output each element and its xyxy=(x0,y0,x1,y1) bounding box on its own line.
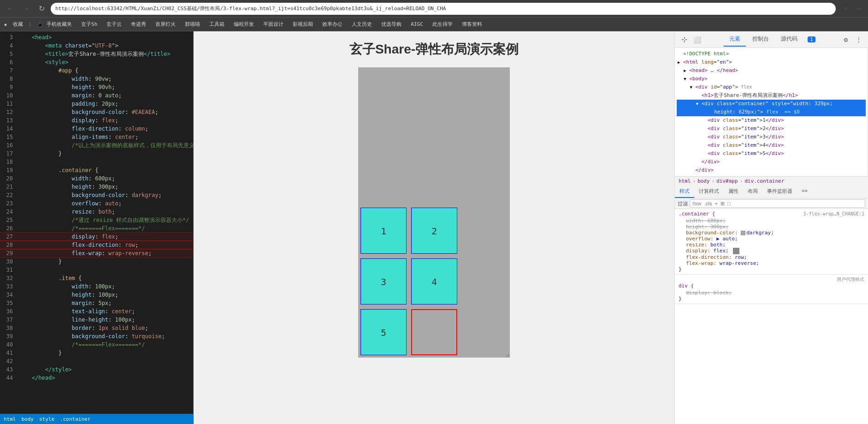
bookmark-office[interactable]: 效率办公 xyxy=(319,20,346,29)
bookmark-design[interactable]: 平面设计 xyxy=(260,20,287,29)
bookmark-blog[interactable]: 博客资料 xyxy=(458,20,486,29)
devtools-panel: ⊹ ⬜ 元素 控制台 源代码 1 ⚙ ⋮ <!DOCTYPE html> xyxy=(674,31,868,424)
status-style[interactable]: style xyxy=(39,416,54,422)
code-line-33: 33 width: 100px; xyxy=(0,282,193,291)
status-html[interactable]: html xyxy=(4,416,16,422)
tab-styles[interactable]: 样式 xyxy=(675,185,694,198)
dom-h1[interactable]: <h1>玄子Share-弹性布局演示案例</h1> xyxy=(677,91,866,100)
flex-item-2: 2 xyxy=(411,208,457,254)
code-line-44: 44 </head> xyxy=(0,374,193,382)
refresh-button[interactable]: ↻ xyxy=(35,2,48,15)
tab-computed[interactable]: 计算样式 xyxy=(694,185,724,198)
dom-item-1[interactable]: <div class="item">1</div> xyxy=(677,116,866,125)
bc-html[interactable]: html xyxy=(679,178,691,184)
dom-div-container-2[interactable]: height: 629px;"> flex == $0 xyxy=(677,108,866,116)
address-bar[interactable]: http://localhost:63342/HTML/XuanZi/CH02_… xyxy=(51,3,836,15)
bookmark-shoucang[interactable]: 收藏 xyxy=(9,20,27,29)
dom-html[interactable]: <html lang="en"> xyxy=(677,58,866,66)
styles-block-container: .container { 3-flex-wrap…N_CHANGE:1 widt… xyxy=(675,209,868,275)
styles-filter-bar: 过滤 xyxy=(675,198,868,209)
code-line-27: 27 display: flex; xyxy=(0,233,193,241)
code-line-5: 5 <title>玄子Share-弹性布局演示案例</title> xyxy=(0,50,193,58)
back-button[interactable]: ← xyxy=(4,2,17,15)
styles-prop-height[interactable]: height: 300px; xyxy=(679,224,864,230)
code-line-7: 7 #app { xyxy=(0,66,193,75)
forward-button[interactable]: → xyxy=(19,2,32,15)
dom-breadcrumb: html › body › div#app › div.container xyxy=(675,176,868,185)
dom-item-5[interactable]: <div class="item">5</div> xyxy=(677,149,866,158)
code-line-3: 3 <head> xyxy=(0,33,193,42)
styles-prop-flexwrap[interactable]: flex-wrap: wrap-reverse; xyxy=(679,260,864,266)
code-line-10: 10 margin: 0 auto; xyxy=(0,91,193,100)
styles-prop-flexdir[interactable]: flex-direction: row; xyxy=(679,254,864,260)
dom-head[interactable]: <head> … </head> xyxy=(677,66,866,75)
bc-body[interactable]: body xyxy=(697,178,710,184)
bookmark-shopping[interactable]: 优选导购 xyxy=(378,20,405,29)
code-line-32: 32 .item { xyxy=(0,274,193,282)
more-options-icon[interactable]: ⋮ xyxy=(853,34,864,45)
main-area: 3 <head> 4 <meta charset="UTF-8"> 5 <tit… xyxy=(0,31,868,424)
code-editor: 3 <head> 4 <meta charset="UTF-8"> 5 <tit… xyxy=(0,31,194,424)
browser-preview: 玄子Share-弹性布局演示案例 5 3 4 1 2 xyxy=(194,31,674,424)
dom-div-container[interactable]: <div class="container" style="width: 329… xyxy=(677,100,866,108)
dom-item-4[interactable]: <div class="item">4</div> xyxy=(677,141,866,149)
code-line-30: 30 } xyxy=(0,257,193,266)
code-line-13: 13 display: flex; xyxy=(0,116,193,125)
code-line-16: 16 /*以上为演示案例的底板样式，仅用于布局无意义*/ xyxy=(0,141,193,149)
bc-divcontainer[interactable]: div.container xyxy=(744,178,784,184)
bookmark-miao[interactable]: 群喵喵 xyxy=(181,20,204,29)
styles-prop-width[interactable]: width: 600px; xyxy=(679,218,864,224)
bookmark-aigc[interactable]: AIGC xyxy=(407,20,427,28)
dom-item-3[interactable]: <div class="item">3</div> xyxy=(677,133,866,141)
dom-item-2[interactable]: <div class="item">2</div> xyxy=(677,125,866,133)
extensions-icon[interactable]: ⚡ xyxy=(840,3,851,14)
styles-filter-input[interactable] xyxy=(690,199,865,208)
bookmark-qiji[interactable]: 奇迹秀 xyxy=(127,20,150,29)
dom-close-container[interactable]: </div> xyxy=(677,158,866,166)
tab-eventlisteners[interactable]: 事件监听器 xyxy=(762,185,797,198)
code-content[interactable]: 3 <head> 4 <meta charset="UTF-8"> 5 <tit… xyxy=(0,31,193,414)
dom-div-app[interactable]: <div id="app"> flex xyxy=(677,83,866,91)
dom-panel[interactable]: <!DOCTYPE html> <html lang="en"> <head> … xyxy=(675,48,868,176)
settings-icon[interactable]: ⚙ xyxy=(840,34,851,45)
code-line-34: 34 height: 100px; xyxy=(0,291,193,299)
code-line-21: 21 height: 300px; xyxy=(0,183,193,191)
dom-body[interactable]: <body> xyxy=(677,75,866,83)
code-line-8: 8 width: 90vw; xyxy=(0,75,193,83)
bookmark-icon[interactable]: ⋯ xyxy=(853,3,864,14)
code-line-38: 38 border: 1px solid blue; xyxy=(0,324,193,332)
dom-close-app[interactable]: </div> xyxy=(677,166,866,174)
tab-layout[interactable]: 布局 xyxy=(743,185,762,198)
inspect-element-icon[interactable]: ⊹ xyxy=(679,34,690,45)
styles-prop-display[interactable]: display: flex; xyxy=(679,248,864,254)
bookmark-xuancloud[interactable]: 玄子云 xyxy=(103,20,125,29)
bc-divapp[interactable]: div#app xyxy=(716,178,738,184)
styles-prop-bgcolor[interactable]: background-color: darkgray; xyxy=(679,230,864,236)
code-line-4: 4 <meta charset="UTF-8"> xyxy=(0,42,193,50)
device-toolbar-icon[interactable]: ⬜ xyxy=(691,34,703,45)
tab-sources[interactable]: 源代码 xyxy=(775,32,803,47)
bookmark-xuanzi[interactable]: 玄子Sh xyxy=(77,20,101,29)
bookmark-history[interactable]: 人文历史 xyxy=(348,20,376,29)
bookmark-coding[interactable]: 编程开发 xyxy=(230,20,258,29)
bookmark-phone[interactable]: 📱 手机收藏夹 xyxy=(33,20,76,29)
bookmark-tools[interactable]: 工具箱 xyxy=(206,20,228,29)
status-container[interactable]: .container xyxy=(60,416,90,422)
tab-more[interactable]: >> xyxy=(797,185,812,198)
bookmark-learn[interactable]: 此生得学 xyxy=(429,20,456,29)
styles-panel: .container { 3-flex-wrap…N_CHANGE:1 widt… xyxy=(675,209,868,304)
styles-source: 3-flex-wrap…N_CHANGE:1 xyxy=(803,211,864,216)
notification-badge: 1 xyxy=(808,36,815,42)
styles-prop-display-block[interactable]: display: block; xyxy=(679,290,864,296)
bookmark-shoupeng[interactable]: 首屏灯火 xyxy=(152,20,179,29)
tab-elements[interactable]: 元素 xyxy=(724,32,746,47)
tab-properties[interactable]: 属性 xyxy=(724,185,743,198)
dom-doctype[interactable]: <!DOCTYPE html> xyxy=(677,50,866,58)
styles-prop-resize[interactable]: resize: both; xyxy=(679,242,864,248)
flex-container-demo[interactable]: 5 3 4 1 2 xyxy=(358,67,510,358)
status-body[interactable]: body xyxy=(22,416,34,422)
bookmark-film[interactable]: 影视后期 xyxy=(289,20,317,29)
code-line-35: 35 margin: 5px; xyxy=(0,299,193,307)
tab-console[interactable]: 控制台 xyxy=(747,32,774,47)
styles-prop-overflow[interactable]: overflow: ▶ auto; xyxy=(679,236,864,242)
